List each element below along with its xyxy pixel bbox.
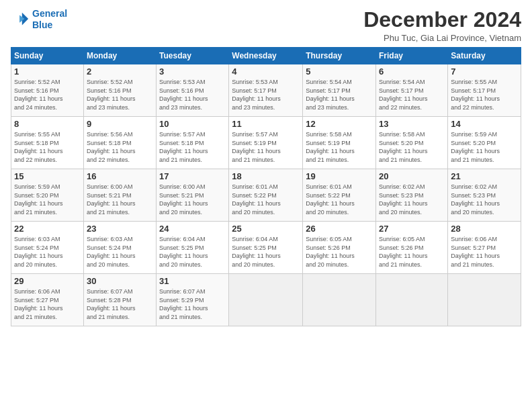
day-number: 16	[87, 171, 153, 181]
day-number: 23	[87, 224, 153, 234]
day-number: 2	[87, 66, 153, 77]
location: Phu Tuc, Gia Lai Province, Vietnam	[363, 33, 521, 43]
day-number: 24	[159, 224, 226, 234]
day-number: 17	[159, 171, 226, 181]
month-title: December 2024	[363, 8, 521, 32]
calendar-cell: 9Sunrise: 5:56 AMSunset: 5:18 PMDaylight…	[83, 117, 156, 169]
calendar-cell: 31Sunrise: 6:07 AMSunset: 5:29 PMDayligh…	[157, 274, 229, 326]
logo-line1: General	[32, 8, 67, 19]
calendar-cell	[229, 274, 303, 326]
logo: General Blue	[11, 8, 67, 31]
day-info: Sunrise: 6:05 AMSunset: 5:26 PMDaylight:…	[379, 235, 445, 269]
day-info: Sunrise: 5:55 AMSunset: 5:17 PMDaylight:…	[451, 78, 518, 111]
calendar-body: 1Sunrise: 5:52 AMSunset: 5:16 PMDaylight…	[11, 64, 521, 326]
day-info: Sunrise: 6:02 AMSunset: 5:23 PMDaylight:…	[379, 183, 445, 216]
col-thursday: Thursday	[303, 48, 376, 64]
day-number: 14	[451, 119, 518, 129]
day-number: 9	[87, 119, 153, 129]
calendar-cell: 10Sunrise: 5:57 AMSunset: 5:18 PMDayligh…	[157, 117, 229, 169]
day-number: 12	[306, 119, 373, 129]
day-info: Sunrise: 6:07 AMSunset: 5:28 PMDaylight:…	[87, 287, 153, 321]
day-info: Sunrise: 5:56 AMSunset: 5:18 PMDaylight:…	[87, 130, 153, 164]
day-number: 28	[451, 224, 518, 234]
col-tuesday: Tuesday	[157, 48, 229, 64]
day-info: Sunrise: 5:54 AMSunset: 5:17 PMDaylight:…	[306, 78, 373, 111]
day-number: 31	[159, 276, 226, 286]
day-number: 1	[14, 66, 81, 77]
calendar-week-3: 15Sunrise: 5:59 AMSunset: 5:20 PMDayligh…	[11, 169, 521, 222]
calendar-cell: 15Sunrise: 5:59 AMSunset: 5:20 PMDayligh…	[11, 169, 84, 222]
calendar-cell	[376, 274, 448, 326]
day-info: Sunrise: 6:01 AMSunset: 5:22 PMDaylight:…	[232, 183, 300, 216]
day-info: Sunrise: 6:01 AMSunset: 5:22 PMDaylight:…	[306, 183, 373, 216]
day-info: Sunrise: 5:59 AMSunset: 5:20 PMDaylight:…	[14, 183, 81, 216]
calendar-cell: 21Sunrise: 6:02 AMSunset: 5:23 PMDayligh…	[448, 169, 521, 222]
day-number: 20	[379, 171, 445, 181]
calendar-cell: 11Sunrise: 5:57 AMSunset: 5:19 PMDayligh…	[229, 117, 303, 169]
calendar-cell	[303, 274, 376, 326]
calendar-cell: 4Sunrise: 5:53 AMSunset: 5:17 PMDaylight…	[229, 64, 303, 117]
day-info: Sunrise: 6:04 AMSunset: 5:25 PMDaylight:…	[232, 235, 300, 269]
calendar-week-4: 22Sunrise: 6:03 AMSunset: 5:24 PMDayligh…	[11, 222, 521, 274]
day-number: 26	[306, 224, 373, 234]
logo-icon	[11, 10, 30, 29]
logo-line2: Blue	[32, 19, 67, 31]
day-info: Sunrise: 6:04 AMSunset: 5:25 PMDaylight:…	[159, 235, 226, 269]
calendar-week-1: 1Sunrise: 5:52 AMSunset: 5:16 PMDaylight…	[11, 64, 521, 117]
col-monday: Monday	[83, 48, 156, 64]
header: General Blue December 2024 Phu Tuc, Gia …	[11, 8, 521, 43]
day-info: Sunrise: 5:58 AMSunset: 5:19 PMDaylight:…	[306, 130, 373, 164]
calendar-cell: 12Sunrise: 5:58 AMSunset: 5:19 PMDayligh…	[303, 117, 376, 169]
col-wednesday: Wednesday	[229, 48, 303, 64]
calendar-header: Sunday Monday Tuesday Wednesday Thursday…	[11, 48, 521, 64]
calendar-cell: 16Sunrise: 6:00 AMSunset: 5:21 PMDayligh…	[83, 169, 156, 222]
day-info: Sunrise: 5:52 AMSunset: 5:16 PMDaylight:…	[87, 78, 153, 111]
title-section: December 2024 Phu Tuc, Gia Lai Province,…	[363, 8, 521, 43]
day-number: 19	[306, 171, 373, 181]
calendar-cell: 7Sunrise: 5:55 AMSunset: 5:17 PMDaylight…	[448, 64, 521, 117]
calendar-cell: 14Sunrise: 5:59 AMSunset: 5:20 PMDayligh…	[448, 117, 521, 169]
day-info: Sunrise: 6:03 AMSunset: 5:24 PMDaylight:…	[87, 235, 153, 269]
calendar-cell: 25Sunrise: 6:04 AMSunset: 5:25 PMDayligh…	[229, 222, 303, 274]
day-info: Sunrise: 5:57 AMSunset: 5:18 PMDaylight:…	[159, 130, 226, 164]
day-info: Sunrise: 5:57 AMSunset: 5:19 PMDaylight:…	[232, 130, 300, 164]
day-info: Sunrise: 5:53 AMSunset: 5:16 PMDaylight:…	[159, 78, 226, 111]
day-info: Sunrise: 6:03 AMSunset: 5:24 PMDaylight:…	[14, 235, 81, 269]
calendar-cell: 8Sunrise: 5:55 AMSunset: 5:18 PMDaylight…	[11, 117, 84, 169]
calendar-cell: 24Sunrise: 6:04 AMSunset: 5:25 PMDayligh…	[157, 222, 229, 274]
calendar-cell	[448, 274, 521, 326]
day-number: 4	[232, 66, 300, 77]
day-number: 8	[14, 119, 81, 129]
logo-text: General Blue	[32, 8, 67, 31]
day-number: 11	[232, 119, 300, 129]
day-number: 15	[14, 171, 81, 181]
day-number: 7	[451, 66, 518, 77]
day-number: 30	[87, 276, 153, 286]
day-number: 27	[379, 224, 445, 234]
col-saturday: Saturday	[448, 48, 521, 64]
day-info: Sunrise: 6:00 AMSunset: 5:21 PMDaylight:…	[87, 183, 153, 216]
day-info: Sunrise: 6:00 AMSunset: 5:21 PMDaylight:…	[159, 183, 226, 216]
day-number: 29	[14, 276, 81, 286]
calendar-cell: 13Sunrise: 5:58 AMSunset: 5:20 PMDayligh…	[376, 117, 448, 169]
day-number: 18	[232, 171, 300, 181]
calendar-cell: 28Sunrise: 6:06 AMSunset: 5:27 PMDayligh…	[448, 222, 521, 274]
col-friday: Friday	[376, 48, 448, 64]
col-sunday: Sunday	[11, 48, 84, 64]
day-number: 10	[159, 119, 226, 129]
calendar-cell: 5Sunrise: 5:54 AMSunset: 5:17 PMDaylight…	[303, 64, 376, 117]
calendar-cell: 26Sunrise: 6:05 AMSunset: 5:26 PMDayligh…	[303, 222, 376, 274]
page-container: General Blue December 2024 Phu Tuc, Gia …	[0, 0, 532, 332]
calendar-cell: 22Sunrise: 6:03 AMSunset: 5:24 PMDayligh…	[11, 222, 84, 274]
day-info: Sunrise: 5:55 AMSunset: 5:18 PMDaylight:…	[14, 130, 81, 164]
calendar-cell: 20Sunrise: 6:02 AMSunset: 5:23 PMDayligh…	[376, 169, 448, 222]
day-info: Sunrise: 5:54 AMSunset: 5:17 PMDaylight:…	[379, 78, 445, 111]
header-row: Sunday Monday Tuesday Wednesday Thursday…	[11, 48, 521, 64]
calendar-cell: 3Sunrise: 5:53 AMSunset: 5:16 PMDaylight…	[157, 64, 229, 117]
day-info: Sunrise: 6:07 AMSunset: 5:29 PMDaylight:…	[159, 287, 226, 321]
day-info: Sunrise: 5:58 AMSunset: 5:20 PMDaylight:…	[379, 130, 445, 164]
calendar-cell: 23Sunrise: 6:03 AMSunset: 5:24 PMDayligh…	[83, 222, 156, 274]
day-number: 21	[451, 171, 518, 181]
calendar-cell: 1Sunrise: 5:52 AMSunset: 5:16 PMDaylight…	[11, 64, 84, 117]
calendar-cell: 27Sunrise: 6:05 AMSunset: 5:26 PMDayligh…	[376, 222, 448, 274]
